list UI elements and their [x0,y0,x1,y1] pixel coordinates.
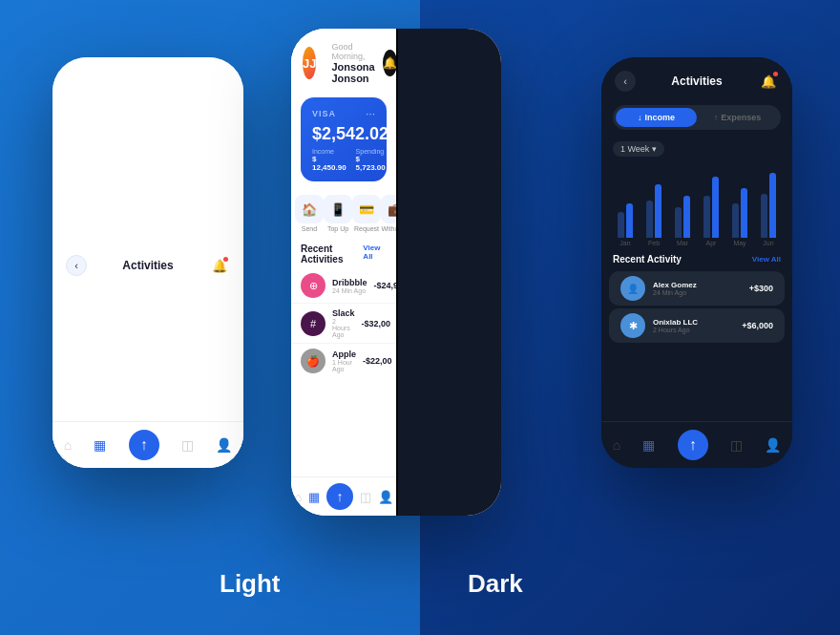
center-avatar: JJ [303,47,316,79]
back-button[interactable]: ‹ [66,255,87,276]
dark-header: ‹ Activities 🔔 [601,57,792,99]
dark-chart-bar-group: Jan [613,171,638,246]
dark-bottom-nav: ⌂ ▦ ↑ ◫ 👤 [601,421,792,468]
center-fab[interactable]: ↑ [326,483,353,510]
phone-center: JJ Good Morning, Jonsona Jonson 🔔 VISA ·… [291,29,501,516]
dark-bell-icon[interactable]: 🔔 [758,71,779,92]
dark-onixlab-avatar: ✱ [620,313,645,338]
center-profile-icon[interactable]: 👤 [378,490,393,504]
center-home-icon[interactable]: ⌂ [294,490,302,504]
dark-chevron-icon: ▾ [652,144,657,154]
dark-income-tab[interactable]: ↓ Income [616,108,697,127]
center-bell[interactable]: 🔔 [383,50,396,76]
home-nav-icon[interactable]: ⌂ [64,437,72,453]
phone-light: ‹ Activities 🔔 ↓ Income ↑ Expenses 1 Wee… [52,57,243,468]
bell-icon[interactable]: 🔔 [209,255,230,276]
dark-section-title: Recent Activity [613,254,682,265]
profile-nav-icon[interactable]: 👤 [216,437,232,453]
phone-dark: ‹ Activities 🔔 ↓ Income ↑ Expenses 1 Wee… [601,57,792,468]
dark-income-icon: ↓ [638,113,642,122]
dark-chart-icon[interactable]: ▦ [642,437,655,453]
dark-chart-area: JanFebMarAprMayJun [601,162,792,248]
page-title: Activities [122,259,173,272]
center-wallet-icon[interactable]: ◫ [360,490,371,504]
center-activity-apple[interactable]: 🍎 Apple 1 Hour Ago -$22,00 [291,344,396,378]
center-left: JJ Good Morning, Jonsona Jonson 🔔 VISA ·… [291,29,396,516]
dark-activity-info: Alex Gomez 24 Min Ago [653,281,742,296]
dark-chart-bar-group: Mar [670,171,695,246]
center-activity-slack[interactable]: # Slack 2 Hours Ago -$32,00 [291,304,396,344]
dark-expenses-tab[interactable]: ↑ Expenses [697,108,778,127]
center-activity-dribbble[interactable]: ⊕ Dribbble 24 Min Ago -$24,90 [291,268,396,304]
dark-fab-button[interactable]: ↑ [678,430,708,460]
label-light: Light [220,569,281,599]
topup-action[interactable]: 📱 Top Up [324,195,352,232]
dark-week-selector[interactable]: 1 Week ▾ [613,141,664,157]
dark-activity-onixlab[interactable]: ✱ Onixlab LLC 2 Hours Ago +$6,000 [609,308,785,343]
dark-view-all[interactable]: View All [752,255,781,264]
dark-section-header: Recent Activity View All [601,248,792,268]
fab-button[interactable]: ↑ [129,430,159,460]
dark-chart-bar-group: Jun [756,171,781,246]
request-action[interactable]: 💳 Request [352,195,381,232]
greeting-wrap: Good Morning, Jonsona Jonson [324,42,374,84]
light-header: ‹ Activities 🔔 [52,57,243,468]
send-action[interactable]: 🏠 Send [295,195,324,232]
withdraw-action[interactable]: 💼 Withdraw [381,195,396,232]
dark-activity-alex[interactable]: 👤 Alex Gomez 24 Min Ago +$300 [609,271,785,306]
dark-page-title: Activities [671,74,722,88]
dark-expenses-icon: ↑ [714,113,719,122]
dark-toggle-tabs: ↓ Income ↑ Expenses [613,105,781,130]
dark-chart-bar-group: May [727,171,752,246]
dark-activity-info-2: Onixlab LLC 2 Hours Ago [653,318,734,333]
bottom-nav: ⌂ ▦ ↑ ◫ 👤 [52,421,243,468]
dark-alex-avatar: 👤 [620,276,645,301]
center-chart-icon[interactable]: ▦ [308,490,320,504]
dark-back-button[interactable]: ‹ [615,71,636,92]
dark-profile-icon[interactable]: 👤 [765,437,781,453]
center-divider [396,29,398,516]
dark-chart-bar-group: Feb [641,171,666,246]
dark-home-icon[interactable]: ⌂ [613,437,620,453]
dark-chart-bar-group: Apr [699,171,724,246]
wallet-nav-icon[interactable]: ◫ [181,437,194,453]
dark-wallet-icon[interactable]: ◫ [730,437,743,453]
menu-dots[interactable]: ··· [366,107,375,120]
chart-nav-icon[interactable]: ▦ [94,437,106,453]
center-right [396,29,501,516]
label-dark: Dark [468,569,523,599]
